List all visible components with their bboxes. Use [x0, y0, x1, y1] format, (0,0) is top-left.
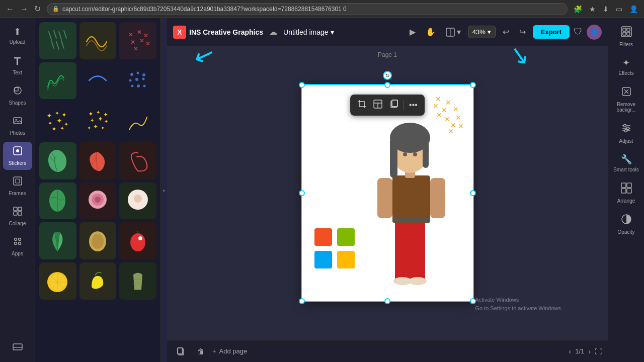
sticker-item[interactable] — [79, 262, 117, 300]
right-tool-label: Remove backgr... — [613, 102, 639, 113]
fullscreen-button[interactable]: ⛶ — [595, 347, 602, 355]
crop-button[interactable] — [355, 98, 368, 113]
add-page-button[interactable]: + Add page — [212, 347, 247, 355]
more-options-button[interactable]: ••• — [407, 99, 420, 112]
right-tool-label: Effects — [618, 70, 633, 76]
layout-button[interactable] — [371, 98, 384, 113]
photos-icon — [13, 116, 23, 128]
svg-text:✦: ✦ — [87, 125, 91, 131]
svg-rect-115 — [623, 32, 626, 35]
sticker-item[interactable] — [79, 142, 117, 179]
sidebar-toggle-button[interactable]: ▭ — [614, 4, 624, 14]
profile-button[interactable]: 👤 — [627, 4, 640, 14]
user-avatar[interactable]: 👤 — [587, 25, 602, 40]
sidebar-item-upload[interactable]: ⬆ Upload — [3, 22, 32, 49]
svg-point-58 — [47, 149, 68, 174]
sticker-item[interactable] — [79, 22, 117, 59]
zoom-control[interactable]: 43% ▾ — [468, 26, 496, 38]
right-tool-effects[interactable]: ✦ Effects — [611, 53, 641, 80]
back-button[interactable]: ← — [4, 4, 16, 15]
right-tool-smart-tools[interactable]: 🔧 Smart tools — [611, 150, 641, 176]
browser-nav: ← → ↻ — [4, 3, 43, 15]
activate-windows-line2: Go to Settings to activate Windows. — [475, 304, 562, 313]
download-button[interactable]: ⬇ — [601, 4, 611, 14]
sticker-item[interactable] — [119, 183, 156, 220]
delete-page-button[interactable]: 🗑 — [193, 345, 208, 357]
right-tool-filters[interactable]: Filters — [611, 22, 641, 51]
svg-text:✕: ✕ — [139, 37, 144, 44]
project-name-button[interactable]: Untitled image ▾ — [283, 28, 334, 36]
svg-line-23 — [56, 42, 59, 49]
svg-point-66 — [92, 234, 104, 249]
sidebar-item-frames[interactable]: Frames — [3, 172, 32, 200]
sidebar-item-bottom[interactable] — [3, 338, 32, 358]
sticker-item[interactable] — [79, 222, 117, 259]
sticker-item[interactable] — [39, 183, 76, 220]
sticker-item[interactable] — [39, 62, 76, 100]
adjust-icon — [621, 123, 632, 136]
sidebar-item-text[interactable]: T Text — [3, 51, 32, 79]
right-tool-label: Adjust — [619, 138, 633, 144]
sticker-item[interactable] — [119, 222, 156, 259]
svg-point-34 — [142, 73, 145, 76]
sticker-item[interactable]: ✕ ✕ ✕ ✕ ✕ ✕ ✕ — [119, 22, 156, 59]
right-tool-remove-bg[interactable]: Remove backgr... — [611, 82, 641, 117]
redo-button[interactable]: ↪ — [516, 25, 529, 39]
address-bar[interactable]: 🔒 capcut.com/editor-graphic/6c89d3b72053… — [47, 3, 568, 15]
sticker-item[interactable]: ✦ ✦ ✦ ✦ ✦ ✦ ✦ ✦ ✦ — [79, 102, 117, 139]
panel-collapse-handle[interactable]: ▸ — [161, 18, 167, 362]
svg-text:✦: ✦ — [98, 115, 103, 123]
smart-tools-icon: 🔧 — [621, 154, 632, 165]
svg-line-19 — [54, 31, 56, 38]
next-page-button[interactable]: › — [588, 347, 591, 355]
svg-rect-7 — [16, 179, 20, 183]
colorful-plus-sticker[interactable] — [312, 226, 357, 271]
svg-text:✦: ✦ — [56, 117, 62, 125]
undo-button[interactable]: ↩ — [500, 25, 512, 39]
bookmark-button[interactable]: ★ — [587, 4, 598, 14]
extensions-button[interactable]: 🧩 — [572, 4, 584, 14]
svg-rect-85 — [430, 178, 445, 218]
sidebar-item-collage[interactable]: Collage — [3, 202, 32, 230]
logo-icon: X — [173, 26, 186, 39]
sidebar-item-stickers[interactable]: Stickers — [3, 142, 32, 170]
canvas-workspace[interactable]: Page 1 — [167, 46, 608, 340]
right-tool-opacity[interactable]: Opacity — [611, 210, 641, 239]
view-toggle-button[interactable]: ▾ — [443, 25, 464, 39]
canvas-frame[interactable]: ✕ ✕ ✕ ✕ ✕ ✕ ✕ ✕ ✕ ✕ ✕ — [302, 85, 473, 301]
opacity-icon — [621, 214, 632, 227]
sidebar-item-shapes[interactable]: Shapes — [3, 81, 32, 110]
right-tool-arrange[interactable]: Arrange — [611, 178, 641, 208]
sticker-item[interactable] — [39, 142, 76, 179]
hand-tool-button[interactable]: ✋ — [423, 25, 439, 39]
sticker-item[interactable] — [39, 262, 76, 300]
sticker-item[interactable] — [119, 62, 156, 100]
rotate-handle[interactable]: ↻ — [383, 71, 392, 80]
sticker-item[interactable] — [39, 222, 76, 259]
svg-text:✦: ✦ — [60, 125, 64, 131]
filters-icon — [621, 26, 632, 40]
remove-bg-icon — [621, 86, 632, 100]
sticker-item[interactable] — [119, 142, 156, 179]
refresh-button[interactable]: ↻ — [32, 3, 43, 15]
left-sidebar: ⬆ Upload T Text Shapes — [0, 18, 35, 362]
svg-rect-93 — [392, 218, 430, 222]
sticker-item[interactable] — [119, 262, 156, 300]
sidebar-item-apps[interactable]: Apps — [3, 232, 32, 260]
sidebar-item-photos[interactable]: Photos — [3, 112, 32, 140]
sticker-item[interactable] — [119, 102, 156, 139]
sticker-item[interactable] — [39, 22, 76, 59]
main-area: ↙ X INS Creative Graphics ☁ Untitled ima… — [167, 18, 608, 362]
right-tool-adjust[interactable]: Adjust — [611, 119, 641, 148]
svg-text:✕: ✕ — [145, 40, 150, 47]
duplicate-page-button[interactable] — [173, 345, 189, 357]
export-button[interactable]: Export — [533, 25, 570, 39]
activate-windows-watermark: Activate Windows Go to Settings to activ… — [475, 296, 562, 312]
copy-style-button[interactable] — [387, 98, 400, 113]
forward-button[interactable]: → — [18, 4, 30, 15]
prev-page-button[interactable]: ‹ — [569, 347, 572, 355]
sticker-item[interactable] — [79, 62, 117, 100]
sticker-item[interactable]: ✦ ✦ ✦ ✦ ✦ ✦ ✦ ✦ — [39, 102, 76, 139]
play-button[interactable]: ▶ — [407, 25, 419, 39]
sticker-item[interactable] — [79, 183, 117, 220]
